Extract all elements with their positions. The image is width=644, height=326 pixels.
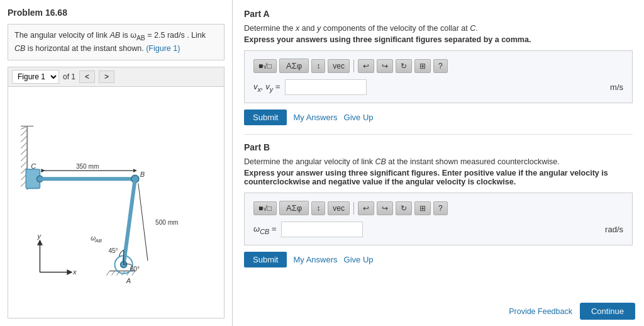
- toolbar-redo-btn[interactable]: ↪: [377, 59, 393, 73]
- toolbar-kb-btn[interactable]: ⊞: [414, 59, 431, 73]
- svg-text:A: A: [126, 277, 131, 284]
- part-b-toolbar-greek-btn[interactable]: ΑΣφ: [279, 201, 309, 215]
- problem-title: Problem 16.68: [8, 8, 225, 18]
- figure-svg: 350 mm B C A: [8, 87, 224, 318]
- svg-text:45°: 45°: [108, 247, 118, 254]
- figure-next-button[interactable]: >: [99, 70, 114, 83]
- part-b-toolbar-help-btn[interactable]: ?: [433, 201, 448, 215]
- part-a-input-label: vx, vy =: [253, 82, 280, 93]
- figure-controls: Figure 1 of 1 < >: [8, 67, 225, 87]
- part-b-toolbar-redo-btn[interactable]: ↪: [377, 201, 393, 215]
- svg-text:C: C: [31, 162, 36, 170]
- toolbar-sep1: [353, 60, 354, 72]
- part-b-unit: rad/s: [605, 225, 623, 234]
- part-b-toolbar: ■√□ ΑΣφ ↕ vec ↩ ↪ ↻ ⊞ ?: [253, 201, 623, 215]
- part-b-toolbar-sep: [353, 202, 354, 215]
- svg-text:60°: 60°: [130, 265, 140, 272]
- part-b-input-label: ωCB =: [253, 224, 276, 235]
- part-b-action-row: Submit My Answers Give Up: [244, 252, 633, 267]
- part-b-title: Part B: [244, 142, 633, 152]
- part-a-input[interactable]: [285, 79, 367, 95]
- figure-area: 350 mm B C A: [8, 87, 225, 318]
- part-b-toolbar-matrix-btn[interactable]: ■√□: [253, 201, 277, 215]
- part-b-description: Determine the angular velocity of link C…: [244, 157, 633, 166]
- continue-button[interactable]: Continue: [580, 303, 635, 320]
- right-panel: Part A Determine the x and y components …: [233, 0, 644, 326]
- svg-text:500 mm: 500 mm: [155, 219, 178, 226]
- svg-text:x: x: [72, 267, 77, 275]
- part-a-title: Part A: [244, 9, 633, 19]
- divider: [244, 134, 633, 135]
- figure-of-label: of 1: [63, 72, 75, 81]
- figure-link[interactable]: (Figure 1): [146, 44, 180, 53]
- toolbar-undo-btn[interactable]: ↩: [358, 59, 374, 73]
- part-a-toolbar: ■√□ ΑΣφ ↕ vec ↩ ↪ ↻ ⊞ ?: [253, 59, 623, 73]
- part-a-answer-box: ■√□ ΑΣφ ↕ vec ↩ ↪ ↻ ⊞ ? vx, vy = m/s: [244, 50, 633, 103]
- part-a-action-row: Submit My Answers Give Up: [244, 110, 633, 125]
- part-a-submit-button[interactable]: Submit: [244, 110, 287, 125]
- part-b-input-row: ωCB = rad/s: [253, 222, 623, 237]
- part-a-unit: m/s: [610, 82, 623, 92]
- part-b-toolbar-kb-btn[interactable]: ⊞: [414, 201, 431, 215]
- part-a-input-row: vx, vy = m/s: [253, 79, 623, 95]
- svg-text:AB: AB: [94, 238, 102, 244]
- svg-text:B: B: [140, 171, 145, 178]
- part-b-toolbar-undo-btn[interactable]: ↩: [358, 201, 374, 215]
- part-b-toolbar-arrow-btn[interactable]: ↕: [311, 201, 325, 215]
- part-a-instruction: Express your answers using three signifi…: [244, 35, 633, 44]
- toolbar-vec-btn[interactable]: vec: [328, 59, 350, 73]
- toolbar-refresh-btn[interactable]: ↻: [396, 59, 412, 73]
- part-b-answer-box: ■√□ ΑΣφ ↕ vec ↩ ↪ ↻ ⊞ ? ωCB = rad/s: [244, 193, 633, 245]
- svg-rect-0: [8, 113, 224, 291]
- part-b-toolbar-refresh-btn[interactable]: ↻: [396, 201, 412, 215]
- toolbar-greek-btn[interactable]: ΑΣφ: [279, 59, 309, 73]
- part-b-give-up-link[interactable]: Give Up: [344, 255, 374, 264]
- feedback-link[interactable]: Provide Feedback: [509, 307, 572, 316]
- part-a-my-answers-link[interactable]: My Answers: [293, 113, 337, 122]
- part-a-give-up-link[interactable]: Give Up: [344, 113, 374, 122]
- part-b-input[interactable]: [281, 222, 363, 237]
- toolbar-matrix-btn[interactable]: ■√□: [253, 59, 277, 73]
- figure-select[interactable]: Figure 1: [12, 70, 59, 84]
- figure-prev-button[interactable]: <: [79, 70, 95, 83]
- left-panel: Problem 16.68 The angular velocity of li…: [0, 0, 233, 326]
- part-b-my-answers-link[interactable]: My Answers: [293, 255, 337, 264]
- part-b-toolbar-vec-btn[interactable]: vec: [328, 201, 350, 215]
- problem-description: The angular velocity of link AB is ωAB =…: [8, 24, 225, 60]
- toolbar-arrow-btn[interactable]: ↕: [311, 59, 325, 73]
- part-b-submit-button[interactable]: Submit: [244, 252, 287, 267]
- part-a-description: Determine the x and y components of the …: [244, 24, 633, 33]
- desc-text: The angular velocity of link AB is ωAB =…: [14, 31, 206, 53]
- part-b-instruction: Express your answer using three signific…: [244, 169, 633, 186]
- svg-text:350 mm: 350 mm: [76, 163, 99, 170]
- toolbar-help-btn[interactable]: ?: [433, 59, 448, 73]
- footer-row: Provide Feedback Continue: [509, 303, 635, 320]
